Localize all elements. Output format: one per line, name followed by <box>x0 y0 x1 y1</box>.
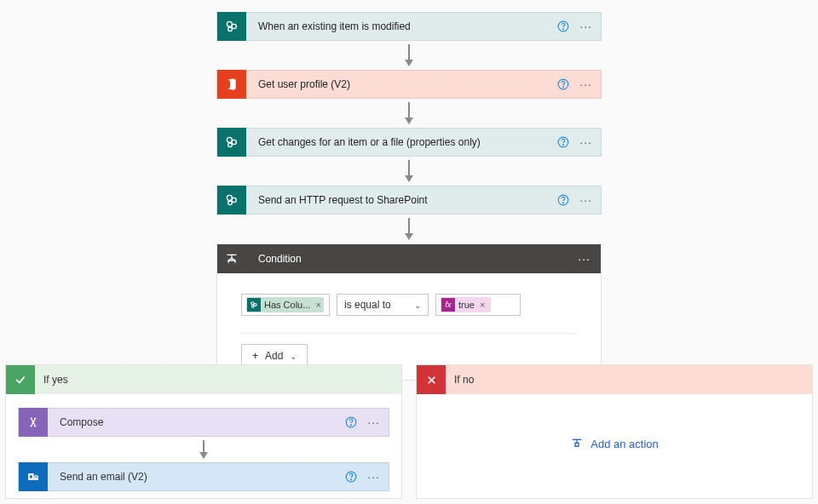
condition-icon <box>217 244 246 273</box>
if-yes-label: If yes <box>43 374 68 386</box>
trigger-card[interactable]: When an existing item is modified ··· <box>216 12 602 41</box>
compose-icon <box>19 408 48 437</box>
svg-point-19 <box>232 198 236 202</box>
more-icon[interactable]: ··· <box>367 470 380 484</box>
svg-marker-6 <box>405 60 413 66</box>
add-action-icon <box>570 437 584 450</box>
svg-point-35 <box>351 479 352 480</box>
token-label: Has Colu... <box>264 300 310 310</box>
svg-point-4 <box>563 29 564 30</box>
more-icon[interactable]: ··· <box>367 415 380 429</box>
operator-label: is equal to <box>344 299 391 311</box>
condition-left-field[interactable]: Has Colu... × <box>241 294 330 316</box>
svg-point-27 <box>252 306 255 308</box>
fx-icon: fx <box>441 298 455 312</box>
http-request-card[interactable]: Send an HTTP request to SharePoint ··· <box>216 186 602 215</box>
svg-point-2 <box>228 27 233 32</box>
close-icon <box>417 365 446 394</box>
condition-title: Condition <box>246 253 578 265</box>
svg-point-13 <box>228 143 233 147</box>
svg-point-22 <box>563 203 564 203</box>
help-icon[interactable] <box>557 20 569 32</box>
trigger-title: When an existing item is modified <box>246 20 557 32</box>
svg-point-26 <box>254 304 256 306</box>
more-icon[interactable]: ··· <box>579 77 592 91</box>
remove-token-icon[interactable]: × <box>314 300 322 310</box>
if-no-branch: If no Add an action <box>416 364 813 499</box>
get-user-profile-title: Get user profile (V2) <box>246 78 557 90</box>
http-request-title: Send an HTTP request to SharePoint <box>246 194 557 206</box>
add-label: Add <box>265 350 283 362</box>
svg-point-1 <box>232 24 236 28</box>
expression-token[interactable]: fx true × <box>441 297 491 312</box>
if-no-label: If no <box>454 374 474 386</box>
arrow-connector <box>216 215 602 243</box>
help-icon[interactable] <box>557 194 569 206</box>
more-icon[interactable]: ··· <box>579 193 592 207</box>
if-no-header[interactable]: If no <box>417 365 812 394</box>
token-label: true <box>458 300 475 310</box>
add-action-label: Add an action <box>590 438 659 450</box>
get-user-profile-card[interactable]: Get user profile (V2) ··· <box>216 70 602 99</box>
send-email-card[interactable]: Send an email (V2) ··· <box>18 462 389 491</box>
arrow-connector <box>216 99 602 128</box>
svg-point-25 <box>251 302 254 305</box>
svg-point-20 <box>228 201 233 205</box>
add-action-button[interactable]: Add an action <box>417 394 812 450</box>
more-icon[interactable]: ··· <box>578 252 590 266</box>
svg-marker-24 <box>405 233 413 240</box>
condition-right-field[interactable]: fx true × <box>435 294 521 316</box>
compose-card[interactable]: Compose ··· <box>18 408 389 437</box>
remove-token-icon[interactable]: × <box>478 300 487 310</box>
svg-point-33 <box>30 475 32 478</box>
more-icon[interactable]: ··· <box>579 20 592 33</box>
chevron-down-icon: ⌄ <box>414 301 421 310</box>
svg-marker-31 <box>199 452 208 459</box>
sharepoint-icon <box>217 186 246 215</box>
condition-operator-select[interactable]: is equal to ⌄ <box>337 294 429 316</box>
svg-point-8 <box>563 87 564 88</box>
get-changes-title: Get changes for an item or a file (prope… <box>246 136 557 148</box>
svg-point-12 <box>232 140 236 144</box>
outlook-icon <box>19 462 48 491</box>
sharepoint-icon <box>247 298 261 312</box>
more-icon[interactable]: ··· <box>579 135 592 149</box>
check-icon <box>6 365 35 394</box>
send-email-title: Send an email (V2) <box>48 471 345 483</box>
sharepoint-icon <box>217 12 246 41</box>
dynamic-content-token[interactable]: Has Colu... × <box>246 297 324 312</box>
sharepoint-icon <box>217 128 246 157</box>
arrow-connector <box>216 157 602 186</box>
arrow-connector <box>216 41 602 70</box>
svg-marker-17 <box>405 175 413 182</box>
help-icon[interactable] <box>557 136 569 148</box>
svg-point-29 <box>351 425 352 426</box>
chevron-down-icon: ⌄ <box>290 352 297 361</box>
svg-point-15 <box>563 145 564 146</box>
help-icon[interactable] <box>557 78 569 90</box>
svg-marker-10 <box>405 117 413 124</box>
office365-icon <box>217 70 246 99</box>
if-yes-branch: If yes Compose ··· <box>5 364 402 499</box>
compose-title: Compose <box>48 416 345 428</box>
if-yes-header[interactable]: If yes <box>6 365 401 394</box>
get-changes-card[interactable]: Get changes for an item or a file (prope… <box>216 128 602 157</box>
help-icon[interactable] <box>345 471 357 483</box>
condition-card[interactable]: Condition ··· Has Colu... × <box>216 243 602 381</box>
help-icon[interactable] <box>345 416 357 428</box>
plus-icon: + <box>252 350 258 362</box>
arrow-connector <box>18 437 389 462</box>
svg-rect-38 <box>575 443 579 446</box>
